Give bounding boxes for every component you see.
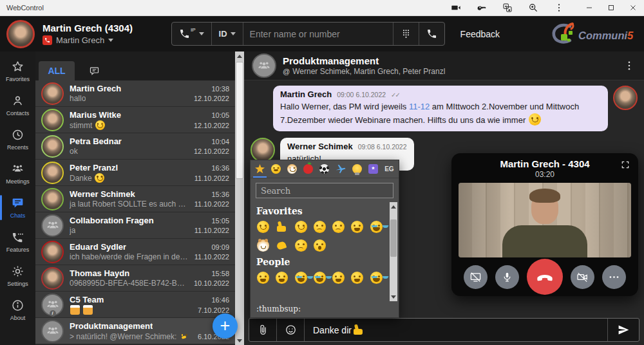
feedback-link[interactable]: Feedback [460, 29, 500, 39]
message-date: 10.10.2022 [194, 279, 229, 287]
chat-list-item[interactable]: Collaboration Fragen15:05ja11.10.2022 [35, 212, 235, 239]
emoji-tab-eg[interactable]: EG [381, 160, 397, 178]
chats-icon [11, 196, 24, 210]
translate-icon[interactable] [502, 3, 513, 13]
scrollbar-thumb[interactable] [236, 62, 243, 179]
emoji-sad[interactable] [314, 221, 326, 233]
chat-list-item[interactable]: Produktmanagement> natürlich! @Werner Sc… [35, 318, 235, 344]
emoji-sad[interactable] [332, 221, 345, 233]
scrollbar-track[interactable] [390, 211, 397, 292]
emoji-tab-star-tab[interactable] [252, 160, 268, 178]
emoji-laugh[interactable] [370, 221, 383, 233]
sidebar-item-chats[interactable]: Chats [0, 191, 35, 225]
emoji-tab-ball-tab[interactable] [316, 160, 332, 178]
more-options-button[interactable] [602, 265, 626, 289]
message-input[interactable]: Danke dir [305, 319, 607, 341]
emoji-shortcode-preview: :thumbsup: [251, 303, 399, 317]
emoji-grin[interactable] [332, 272, 345, 284]
sidebar-item-favorites[interactable]: Favorites [0, 54, 35, 88]
tab-unread[interactable] [76, 61, 112, 80]
emoji-tab-hamster-tab[interactable] [284, 160, 300, 178]
emoji-laugh[interactable] [295, 272, 307, 284]
sidebar-item-contacts[interactable]: Contacts [0, 88, 35, 122]
emoji-muscle[interactable] [276, 239, 288, 252]
attach-file-button[interactable] [249, 319, 277, 341]
emoji-tab-bulb-tab[interactable] [349, 160, 365, 178]
conversation-menu-button[interactable] [622, 59, 636, 73]
emoji-button[interactable] [277, 319, 305, 341]
user-avatar[interactable] [6, 20, 35, 48]
emoji-search [256, 183, 393, 198]
group-avatar[interactable] [252, 53, 276, 78]
sidebar-item-meetings[interactable]: Meetings [0, 156, 35, 191]
emoji-sad[interactable] [295, 239, 307, 252]
emoji-grin[interactable] [276, 272, 288, 284]
new-chat-button[interactable]: + [213, 313, 238, 339]
chat-list-item[interactable]: Thomas Haydn15:580968995D-BFEA-458E-B742… [35, 265, 235, 292]
call-type-label: IP [191, 27, 196, 33]
send-button[interactable] [607, 319, 639, 341]
emoji-search-input[interactable] [256, 186, 393, 196]
video-camera-icon[interactable] [451, 3, 461, 13]
microphone-button[interactable] [495, 265, 519, 289]
time-range-link[interactable]: 11-12 [409, 102, 430, 111]
chat-list-item[interactable]: iC5 Team16:46 7.10.2022 [35, 292, 235, 318]
chat-list-item[interactable]: Werner Schimek15:36ja laut Robert SOLLTE… [35, 186, 235, 212]
emoji-smile[interactable] [295, 221, 307, 233]
scroll-up-icon[interactable] [235, 51, 244, 61]
scrollbar-track[interactable] [235, 61, 244, 336]
avatar[interactable] [613, 86, 638, 110]
call-type-button[interactable]: IP [172, 23, 212, 45]
chat-list-item[interactable]: Marius Witke10:05stimmt 12.10.2022 [35, 107, 235, 133]
emoji-tab-smiley-tab[interactable] [268, 160, 284, 178]
screen-share-off-button[interactable] [464, 265, 488, 289]
emoji-tab-plane-tab[interactable] [333, 160, 349, 178]
chat-list-scrollbar[interactable] [235, 51, 244, 345]
sidebar-item-recents[interactable]: Recents [0, 122, 35, 156]
message-bubble[interactable]: Martin Grech 09:00 6.10.2022 ✓✓ Hallo We… [273, 86, 608, 131]
chat-list-item[interactable]: Petra Bednar10:04ok12.10.2022 [35, 133, 235, 160]
call-button[interactable] [419, 23, 444, 45]
minimize-button[interactable] [578, 0, 600, 16]
emoji-grin[interactable] [257, 272, 269, 284]
sidebar-item-features[interactable]: Features [0, 225, 35, 259]
emoji-hamster[interactable] [257, 239, 269, 252]
emoji-thumb[interactable] [276, 221, 288, 233]
maximize-button[interactable] [600, 0, 622, 16]
key-icon[interactable] [477, 3, 487, 13]
contact-avatar [41, 188, 64, 210]
emoji-scrollbar[interactable] [390, 202, 397, 301]
line-selector[interactable]: Martin Grech [43, 35, 133, 45]
close-button[interactable] [622, 0, 644, 16]
chat-list-item[interactable]: Peter Pranzl16:36Danke 11.10.2022 [35, 160, 235, 186]
zoom-in-icon[interactable] [528, 3, 538, 13]
search-input[interactable] [243, 23, 393, 45]
hang-up-button[interactable] [527, 259, 563, 295]
emoji-smile[interactable] [257, 221, 269, 233]
call-controls: IP ID [171, 22, 445, 46]
dialpad-button[interactable] [393, 23, 419, 45]
chat-list-item[interactable]: Martin Grech10:38hallo12.10.2022 [35, 80, 235, 107]
avatar[interactable] [251, 138, 275, 162]
emoji-grin[interactable] [351, 272, 363, 284]
expand-icon[interactable] [621, 160, 630, 169]
emoji-shock[interactable] [314, 239, 326, 252]
scroll-down-icon[interactable] [390, 292, 397, 301]
scroll-down-icon[interactable] [235, 336, 244, 345]
chat-list-item[interactable]: Eduard Sydler09:09ich habe/werde die Fra… [35, 239, 235, 265]
sidebar-item-settings[interactable]: Settings [0, 259, 35, 293]
emoji-laugh[interactable] [370, 272, 383, 284]
overflow-menu-icon[interactable] [554, 3, 564, 13]
emoji-grin[interactable] [351, 221, 363, 233]
id-selector-button[interactable]: ID [212, 23, 243, 45]
emoji-tab-symbols-tab[interactable]: * [365, 160, 381, 178]
chat-item-row: Werner Schimek15:36 [70, 189, 229, 199]
camera-off-button[interactable] [571, 265, 594, 289]
emoji-laugh[interactable] [314, 272, 326, 284]
conversation-panel: Produktmanagement @ Werner Schimek, Mart… [244, 51, 644, 345]
scroll-up-icon[interactable] [390, 202, 397, 211]
sidebar-item-about[interactable]: About [0, 293, 35, 327]
tab-all[interactable]: ALL [39, 61, 75, 80]
emoji-tab-apple-tab[interactable] [300, 160, 316, 178]
scrollbar-thumb[interactable] [390, 219, 397, 257]
